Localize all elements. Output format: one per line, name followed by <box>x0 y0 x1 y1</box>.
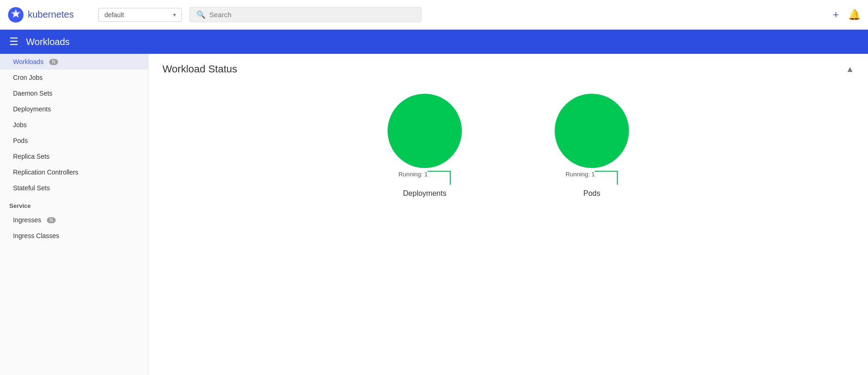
sidebar-item-jobs[interactable]: Jobs <box>0 117 148 133</box>
search-bar: 🔍 <box>189 7 421 22</box>
sidebar-ingresses-label: Ingresses <box>13 216 41 224</box>
page-title: Workloads <box>26 37 70 47</box>
sidebar-stateful-sets-label: Stateful Sets <box>13 184 50 192</box>
app-logo-text: kubernetes <box>28 9 74 20</box>
add-button[interactable]: + <box>833 9 839 21</box>
namespace-chevron-icon: ▾ <box>173 12 176 18</box>
nav-right: + 🔔 <box>833 9 861 21</box>
sidebar-item-ingresses[interactable]: Ingresses N <box>0 212 148 228</box>
sidebar-service-section-label: Service <box>0 196 148 212</box>
logo-area: kubernetes <box>7 6 91 23</box>
sidebar-item-replication-controllers[interactable]: Replication Controllers <box>0 164 148 180</box>
deployments-circle <box>388 94 462 168</box>
deployment-status-item: Running: 1 Deployments <box>388 94 462 198</box>
sidebar-item-deployments[interactable]: Deployments <box>0 101 148 117</box>
notification-bell-icon[interactable]: 🔔 <box>848 9 861 21</box>
sidebar-deployments-label: Deployments <box>13 105 51 113</box>
workload-status-header: Workload Status ▲ <box>149 54 868 80</box>
pods-running-label: Running: 1 <box>566 171 595 178</box>
deployments-running-label: Running: 1 <box>399 171 428 178</box>
search-input[interactable] <box>209 11 415 19</box>
pods-circle <box>555 94 629 168</box>
collapse-button[interactable]: ▲ <box>846 65 854 74</box>
workload-status-title: Workload Status <box>162 63 237 75</box>
pods-status-item: Running: 1 Pods <box>555 94 629 198</box>
pods-label: Pods <box>583 189 600 198</box>
sidebar-replica-sets-label: Replica Sets <box>13 153 50 160</box>
sidebar-workloads-badge: N <box>49 59 58 65</box>
search-icon: 🔍 <box>196 10 206 19</box>
svg-point-2 <box>14 13 17 16</box>
sidebar-daemon-sets-label: Daemon Sets <box>13 90 52 97</box>
top-nav: kubernetes default ▾ 🔍 + 🔔 <box>0 0 868 30</box>
hamburger-menu-icon[interactable]: ☰ <box>9 36 19 48</box>
sidebar-ingress-classes-label: Ingress Classes <box>13 232 59 239</box>
sidebar-item-stateful-sets[interactable]: Stateful Sets <box>0 180 148 196</box>
sidebar-item-cron-jobs[interactable]: Cron Jobs <box>0 70 148 85</box>
main-layout: Workloads N Cron Jobs Daemon Sets Deploy… <box>0 54 868 375</box>
sidebar-item-daemon-sets[interactable]: Daemon Sets <box>0 85 148 101</box>
sidebar-ingresses-badge: N <box>47 217 56 223</box>
sidebar-pods-label: Pods <box>13 137 28 144</box>
sidebar-replication-controllers-label: Replication Controllers <box>13 168 78 176</box>
sidebar-cron-jobs-label: Cron Jobs <box>13 74 43 81</box>
page-header: ☰ Workloads <box>0 30 868 54</box>
namespace-dropdown[interactable]: default ▾ <box>98 8 182 22</box>
sidebar-item-workloads[interactable]: Workloads N <box>0 54 148 70</box>
sidebar-jobs-label: Jobs <box>13 121 27 129</box>
deployments-label: Deployments <box>403 189 446 198</box>
sidebar-item-pods[interactable]: Pods <box>0 133 148 149</box>
workload-status-viz: Running: 1 Deployments Running: 1 <box>149 80 868 216</box>
namespace-value: default <box>104 11 124 19</box>
kubernetes-logo-icon <box>7 6 24 23</box>
sidebar-item-replica-sets[interactable]: Replica Sets <box>0 149 148 164</box>
sidebar-workloads-label: Workloads <box>13 58 44 65</box>
sidebar: Workloads N Cron Jobs Daemon Sets Deploy… <box>0 54 149 375</box>
sidebar-item-ingress-classes[interactable]: Ingress Classes <box>0 228 148 244</box>
content-area: Workload Status ▲ Running: 1 Deployments <box>149 54 868 375</box>
